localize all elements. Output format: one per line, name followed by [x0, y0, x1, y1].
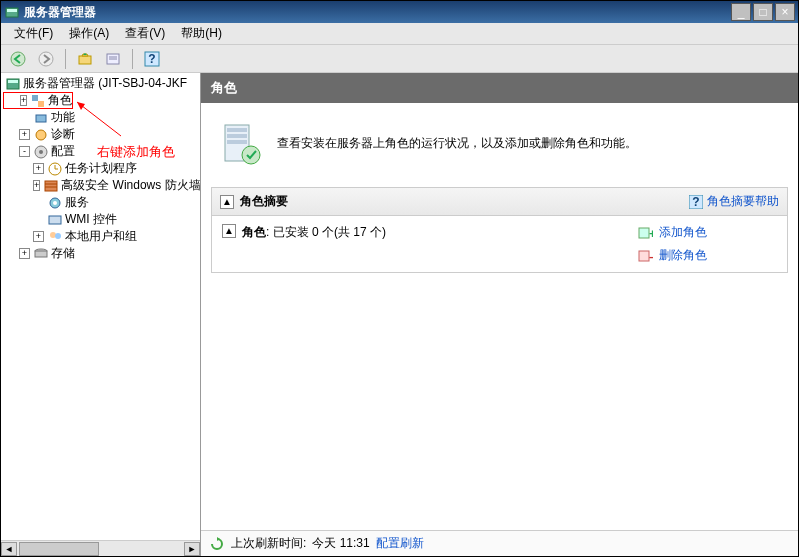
tree-label: 服务 [65, 194, 89, 211]
expand-toggle[interactable]: + [20, 95, 27, 106]
scroll-left-button[interactable]: ◄ [1, 542, 17, 556]
tree-view[interactable]: 服务器管理器 (JIT-SBJ-04-JKF + 角色 功能 + 诊断 - 配 [1, 73, 200, 264]
firewall-icon [43, 178, 59, 194]
remove-roles-link[interactable]: – 删除角色 [637, 247, 777, 264]
panel-help-link[interactable]: ? 角色摘要帮助 [689, 193, 779, 210]
tree-label: WMI 控件 [65, 211, 117, 228]
title-bar: 服务器管理器 _ □ × [1, 1, 798, 23]
tree-root[interactable]: 服务器管理器 (JIT-SBJ-04-JKF [3, 75, 198, 92]
app-icon [4, 4, 20, 20]
storage-icon [33, 246, 49, 262]
svg-point-17 [39, 150, 43, 154]
details-header: 角色 [201, 73, 798, 103]
svg-point-28 [55, 233, 61, 239]
content-area: 服务器管理器 (JIT-SBJ-04-JKF + 角色 功能 + 诊断 - 配 [1, 73, 798, 556]
svg-rect-34 [227, 128, 247, 132]
svg-rect-42 [639, 251, 649, 261]
scroll-thumb[interactable] [19, 542, 99, 556]
tree-label: 配置 [51, 143, 75, 160]
svg-rect-4 [79, 56, 91, 64]
maximize-button[interactable]: □ [753, 3, 773, 21]
wmi-icon [47, 212, 63, 228]
menu-action[interactable]: 操作(A) [61, 23, 117, 44]
svg-point-37 [242, 146, 260, 164]
tree-pane: 服务器管理器 (JIT-SBJ-04-JKF + 角色 功能 + 诊断 - 配 [1, 73, 201, 556]
scroll-right-button[interactable]: ► [184, 542, 200, 556]
properties-button[interactable] [101, 47, 125, 71]
config-icon [33, 144, 49, 160]
tree-item-firewall[interactable]: + 高级安全 Windows 防火墙 [3, 177, 198, 194]
collapse-sub-button[interactable]: ▲ [222, 224, 236, 238]
collapse-toggle[interactable]: - [19, 146, 30, 157]
up-folder-button[interactable] [73, 47, 97, 71]
svg-rect-40 [639, 228, 649, 238]
back-button[interactable] [6, 47, 30, 71]
forward-button[interactable] [34, 47, 58, 71]
tree-item-roles[interactable]: + 角色 [3, 92, 73, 109]
close-button[interactable]: × [775, 3, 795, 21]
expand-toggle[interactable]: + [33, 231, 44, 242]
config-refresh-link[interactable]: 配置刷新 [376, 535, 424, 552]
svg-point-27 [50, 232, 56, 238]
tree-item-wmi[interactable]: WMI 控件 [3, 211, 198, 228]
server-icon [5, 76, 21, 92]
window-title: 服务器管理器 [24, 4, 731, 21]
svg-point-15 [36, 130, 46, 140]
menu-file[interactable]: 文件(F) [6, 23, 61, 44]
remove-icon: – [637, 248, 653, 264]
tree-label: 本地用户和组 [65, 228, 137, 245]
menu-bar: 文件(F) 操作(A) 查看(V) 帮助(H) [1, 23, 798, 45]
tree-label: 角色 [48, 92, 72, 109]
expand-toggle[interactable]: + [33, 163, 44, 174]
role-summary-panel: ▲ 角色摘要 ? 角色摘要帮助 ▲ 角色: 已安装 0 个(共 17 个) [211, 187, 788, 273]
roles-count: 角色: 已安装 0 个(共 17 个) [242, 224, 386, 241]
toolbar-separator [132, 49, 133, 69]
svg-point-25 [53, 201, 57, 205]
collapse-button[interactable]: ▲ [220, 195, 234, 209]
svg-text:+: + [649, 227, 653, 241]
toolbar: ? [1, 45, 798, 73]
expand-toggle[interactable]: + [19, 129, 30, 140]
add-roles-link[interactable]: + 添加角色 [637, 224, 777, 241]
tree-item-features[interactable]: 功能 [3, 109, 198, 126]
help-button[interactable]: ? [140, 47, 164, 71]
svg-rect-11 [8, 80, 18, 83]
gear-icon [47, 195, 63, 211]
svg-text:?: ? [148, 52, 155, 66]
tree-label: 服务器管理器 (JIT-SBJ-04-JKF [23, 75, 187, 92]
tree-item-storage[interactable]: + 存储 [3, 245, 198, 262]
minimize-button[interactable]: _ [731, 3, 751, 21]
tree-item-diagnostics[interactable]: + 诊断 [3, 126, 198, 143]
tree-label: 任务计划程序 [65, 160, 137, 177]
svg-rect-21 [45, 181, 57, 191]
tree-item-configuration[interactable]: - 配置 [3, 143, 198, 160]
expand-toggle[interactable]: + [33, 180, 40, 191]
role-banner: 查看安装在服务器上角色的运行状况，以及添加或删除角色和功能。 [211, 113, 788, 173]
tree-item-task-scheduler[interactable]: + 任务计划程序 [3, 160, 198, 177]
menu-view[interactable]: 查看(V) [117, 23, 173, 44]
details-pane: 角色 查看安装在服务器上角色的运行状况，以及添加或删除角色和功能。 [201, 73, 798, 556]
last-refresh-time: 今天 11:31 [312, 535, 369, 552]
svg-rect-12 [32, 95, 38, 101]
svg-rect-14 [36, 115, 46, 122]
svg-rect-36 [227, 140, 247, 144]
add-icon: + [637, 225, 653, 241]
tree-label: 存储 [51, 245, 75, 262]
expand-toggle[interactable]: + [19, 248, 30, 259]
server-large-icon [217, 119, 265, 167]
svg-rect-30 [35, 251, 47, 257]
horizontal-scrollbar[interactable]: ◄ ► [1, 540, 200, 556]
roles-icon [30, 93, 46, 109]
panel-title: 角色摘要 [240, 193, 689, 210]
svg-rect-35 [227, 134, 247, 138]
users-icon [47, 229, 63, 245]
tree-item-services[interactable]: 服务 [3, 194, 198, 211]
tree-label: 高级安全 Windows 防火墙 [61, 177, 200, 194]
clock-icon [47, 161, 63, 177]
toolbar-separator [65, 49, 66, 69]
tree-item-local-users[interactable]: + 本地用户和组 [3, 228, 198, 245]
banner-text: 查看安装在服务器上角色的运行状况，以及添加或删除角色和功能。 [277, 135, 637, 152]
status-bar: 上次刷新时间: 今天 11:31 配置刷新 [201, 530, 798, 556]
menu-help[interactable]: 帮助(H) [173, 23, 230, 44]
diagnostics-icon [33, 127, 49, 143]
